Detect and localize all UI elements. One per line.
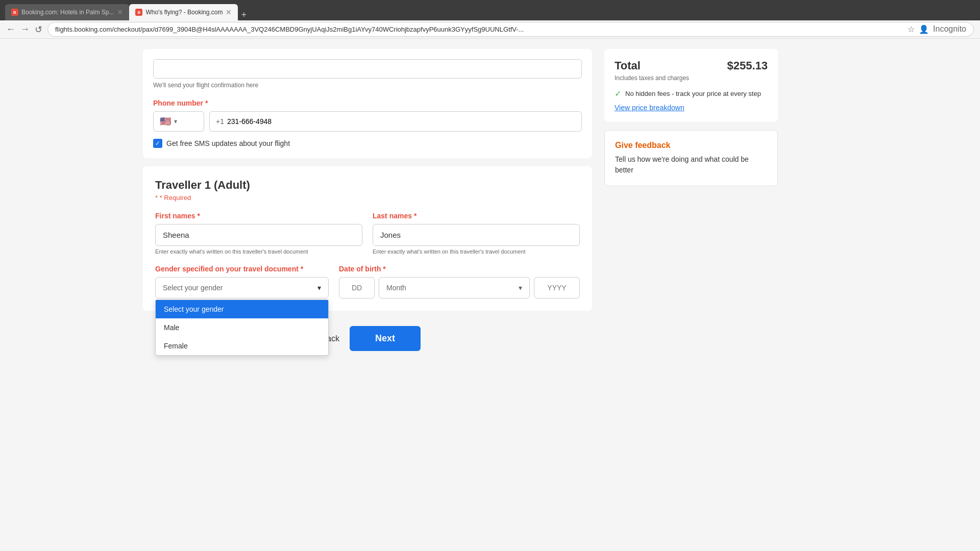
- chevron-down-icon: ▾: [174, 118, 177, 125]
- gender-select-wrapper: Select your gender ▾ Select your gender …: [155, 277, 329, 298]
- browser-chrome: B Booking.com: Hotels in Palm Sp... ✕ B …: [0, 0, 980, 20]
- first-names-field: First names * Enter exactly what's writt…: [155, 212, 362, 255]
- sms-label: Get free SMS updates about your flight: [166, 139, 290, 147]
- tab-flights[interactable]: B Who's flying? - Booking.com ✕: [129, 4, 238, 20]
- last-names-hint: Enter exactly what's written on this tra…: [373, 248, 580, 255]
- traveller-title: Traveller 1 (Adult): [155, 179, 580, 192]
- no-hidden-fees-text: No hidden fees - track your price at eve…: [625, 90, 761, 97]
- sms-checkbox-row: ✓ Get free SMS updates about your flight: [153, 139, 582, 148]
- incognito-label: Incognito: [933, 24, 966, 34]
- feedback-text: Tell us how we're doing and what could b…: [615, 154, 767, 176]
- first-names-label: First names *: [155, 212, 362, 220]
- dob-inputs: Month ▾: [339, 277, 580, 298]
- tab-favicon-hotels: B: [11, 9, 18, 16]
- tab-hotels-close[interactable]: ✕: [117, 8, 123, 16]
- tab-flights-close[interactable]: ✕: [226, 8, 232, 16]
- main-content: We'll send your flight confirmation here…: [143, 49, 592, 361]
- price-card: Total $255.13 Includes taxes and charges…: [604, 49, 778, 122]
- dob-field: Date of birth * Month ▾: [339, 265, 580, 298]
- new-tab-button[interactable]: +: [238, 10, 250, 20]
- gender-option-female[interactable]: Female: [156, 337, 328, 355]
- first-names-hint: Enter exactly what's written on this tra…: [155, 248, 362, 255]
- nav-reload-button[interactable]: ↺: [35, 24, 42, 35]
- star-icon: ☆: [908, 24, 915, 34]
- feedback-title: Give feedback: [615, 141, 767, 150]
- sidebar: Total $255.13 Includes taxes and charges…: [604, 49, 778, 361]
- browser-tabs: B Booking.com: Hotels in Palm Sp... ✕ B …: [5, 0, 250, 20]
- gender-chevron-icon: ▾: [317, 284, 321, 292]
- nav-icons: ☆ 👤 Incognito: [908, 24, 966, 34]
- next-button[interactable]: Next: [350, 326, 421, 351]
- gender-select-value: Select your gender: [163, 284, 223, 292]
- page-layout: We'll send your flight confirmation here…: [122, 39, 857, 371]
- phone-input-wrapper: +1: [209, 111, 582, 132]
- nav-forward-button[interactable]: →: [20, 24, 30, 35]
- includes-text: Includes taxes and charges: [615, 74, 768, 82]
- gender-option-select[interactable]: Select your gender: [156, 300, 328, 318]
- address-bar: ← → ↺ flights.booking.com/checkout/pax/d…: [0, 20, 980, 39]
- last-names-field: Last names * Enter exactly what's writte…: [373, 212, 580, 255]
- phone-row: 🇺🇸 ▾ +1: [153, 111, 582, 132]
- profile-icon: 👤: [919, 24, 929, 34]
- dob-label: Date of birth *: [339, 265, 580, 273]
- last-names-input[interactable]: [373, 224, 580, 246]
- gender-option-male[interactable]: Male: [156, 318, 328, 337]
- dob-day-input[interactable]: [339, 277, 375, 298]
- gender-label: Gender specified on your travel document…: [155, 265, 329, 273]
- feedback-card: Give feedback Tell us how we're doing an…: [604, 130, 778, 186]
- view-breakdown-link[interactable]: View price breakdown: [615, 104, 768, 112]
- gender-select[interactable]: Select your gender ▾: [155, 277, 329, 298]
- flag-icon: 🇺🇸: [160, 116, 171, 127]
- total-amount: $255.13: [727, 59, 768, 72]
- email-hint: We'll send your flight confirmation here: [153, 82, 582, 89]
- dob-month-select[interactable]: Month ▾: [379, 277, 530, 298]
- nav-back-button[interactable]: ←: [6, 24, 15, 35]
- phone-label: Phone number *: [153, 99, 582, 107]
- checkmark-icon: ✓: [615, 89, 621, 98]
- sms-checkbox[interactable]: ✓: [153, 139, 162, 148]
- gender-dob-row: Gender specified on your travel document…: [155, 265, 580, 298]
- no-hidden-fees: ✓ No hidden fees - track your price at e…: [615, 89, 768, 98]
- traveller-section: Traveller 1 (Adult) * * Required First n…: [143, 166, 592, 311]
- tab-favicon-flights: B: [135, 9, 142, 16]
- dob-month-value: Month: [386, 284, 406, 292]
- country-select[interactable]: 🇺🇸 ▾: [153, 111, 204, 132]
- last-names-label: Last names *: [373, 212, 580, 220]
- url-bar[interactable]: flights.booking.com/checkout/pax/d7699_3…: [47, 22, 974, 37]
- tab-flights-label: Who's flying? - Booking.com: [145, 9, 223, 16]
- dob-month-chevron-icon: ▾: [519, 284, 522, 292]
- phone-prefix: +1: [216, 117, 224, 126]
- gender-dropdown: Select your gender Male Female: [155, 299, 329, 356]
- gender-field: Gender specified on your travel document…: [155, 265, 329, 298]
- phone-number-input[interactable]: [227, 117, 575, 126]
- first-names-input[interactable]: [155, 224, 362, 246]
- url-text: flights.booking.com/checkout/pax/d7699_3…: [55, 26, 903, 33]
- total-label: Total: [615, 59, 641, 72]
- name-row: First names * Enter exactly what's writt…: [155, 212, 580, 255]
- required-note: * * Required: [155, 194, 580, 202]
- email-input[interactable]: [153, 59, 582, 79]
- phone-section: Phone number * 🇺🇸 ▾ +1 ✓ Get free SMS u: [153, 99, 582, 148]
- tab-hotels-label: Booking.com: Hotels in Palm Sp...: [21, 9, 114, 16]
- dob-year-input[interactable]: [534, 277, 580, 298]
- email-section: We'll send your flight confirmation here…: [143, 49, 592, 158]
- tab-hotels[interactable]: B Booking.com: Hotels in Palm Sp... ✕: [5, 4, 129, 20]
